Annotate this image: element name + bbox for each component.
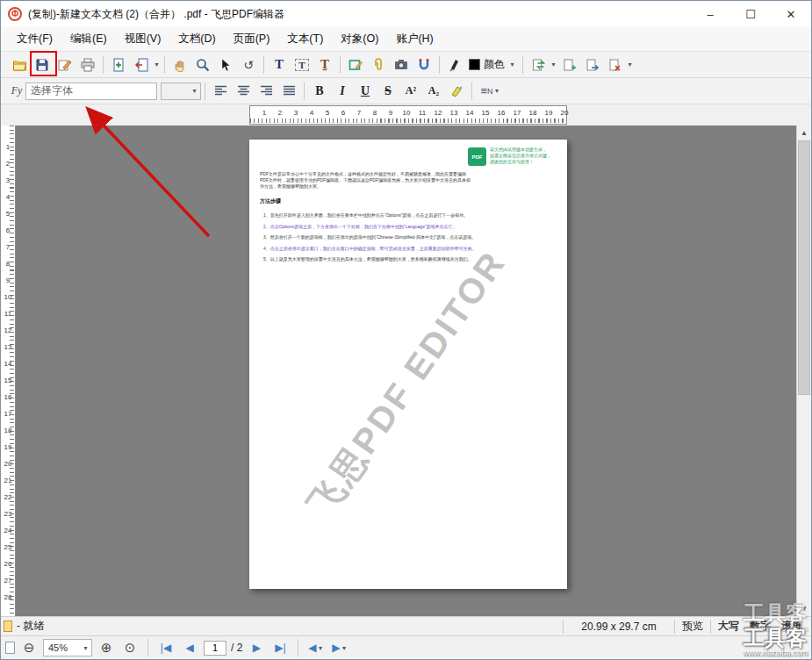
- menu-file[interactable]: 文件(F): [8, 28, 61, 50]
- v-ruler-number: 3: [1, 176, 15, 184]
- minimize-button[interactable]: –: [690, 1, 730, 27]
- print-button[interactable]: [76, 54, 99, 76]
- font-size-dropdown[interactable]: ▾: [190, 87, 198, 95]
- color-button[interactable]: 颜色 ▾: [466, 54, 519, 76]
- menu-view[interactable]: 视图(V): [116, 28, 170, 50]
- vertical-scrollbar[interactable]: ▲ ▼: [796, 126, 811, 616]
- export-file-button[interactable]: [580, 54, 603, 76]
- rotate-tool-button[interactable]: ↺: [237, 54, 260, 76]
- v-ruler-number: 10: [1, 293, 15, 301]
- subscript-button[interactable]: A₂: [422, 80, 445, 103]
- format-toolbar: Fy ▾ B I U S A² A₂ ≡N ▾: [1, 78, 811, 104]
- previous-view-button[interactable]: ◀▾: [306, 638, 326, 657]
- superscript-button[interactable]: A²: [399, 80, 422, 103]
- h-ruler-number: 8: [373, 109, 377, 117]
- menu-edit[interactable]: 编辑(E): [61, 28, 116, 50]
- page-size-text: 20.99 x 29.7 cm: [571, 621, 667, 633]
- preview-toggle[interactable]: 预览: [682, 619, 703, 634]
- v-ruler-number: 14: [1, 360, 15, 368]
- hand-tool-button[interactable]: [169, 54, 191, 76]
- maximize-button[interactable]: ☐: [730, 1, 771, 27]
- pen-tool-button[interactable]: [443, 54, 466, 76]
- scroll-up-button[interactable]: ▲: [797, 126, 811, 140]
- step-item: 1、首先打开软件进入到主界面，我们会在菜单栏中找到并点击“Options”选项，…: [263, 210, 550, 221]
- menu-document[interactable]: 文档(D): [169, 28, 224, 50]
- edit-textbox-button[interactable]: T: [291, 54, 313, 76]
- close-button[interactable]: ✕: [771, 1, 811, 27]
- scroll-down-button[interactable]: ▼: [797, 601, 811, 616]
- add-file-button[interactable]: [557, 54, 580, 76]
- text-field-button[interactable]: T̠: [313, 54, 336, 76]
- open-button[interactable]: [8, 54, 31, 76]
- color-label: 颜色: [484, 57, 505, 72]
- insert-page-button[interactable]: [107, 54, 130, 76]
- bold-icon: B: [315, 84, 323, 98]
- v-ruler-number: 12: [1, 326, 15, 334]
- font-size-combo[interactable]: ▾: [161, 82, 201, 100]
- h-ruler-number: 12: [435, 109, 442, 117]
- previous-view-dropdown[interactable]: ▾: [316, 644, 324, 652]
- next-view-icon: ▶: [332, 642, 340, 654]
- convert-file-dropdown[interactable]: ▾: [550, 61, 557, 68]
- menu-text[interactable]: 文本(T): [278, 28, 332, 50]
- previous-page-button[interactable]: ◀: [180, 638, 199, 657]
- zoom-level-combo[interactable]: 45%▾: [43, 639, 92, 656]
- menu-account[interactable]: 账户(H): [387, 28, 442, 50]
- add-text-button[interactable]: T: [268, 54, 291, 76]
- select-tool-button[interactable]: [214, 54, 237, 76]
- page-number-input[interactable]: [204, 641, 226, 656]
- highlight-button[interactable]: [445, 80, 468, 103]
- underline-icon: U: [361, 84, 370, 98]
- scroll-thumb[interactable]: [798, 140, 810, 395]
- zoom-in-button[interactable]: ⊕: [97, 638, 116, 657]
- strikethrough-button[interactable]: S: [377, 80, 399, 103]
- line-spacing-button[interactable]: ≡N ▾: [476, 80, 506, 103]
- bold-button[interactable]: B: [308, 80, 331, 103]
- edit-object-button[interactable]: [344, 54, 367, 76]
- next-view-button[interactable]: ▶▾: [330, 638, 349, 657]
- next-page-button[interactable]: ▶: [247, 638, 266, 657]
- h-ruler-number: 17: [514, 109, 521, 117]
- zoom-dropdown[interactable]: ▾: [82, 644, 90, 652]
- trial-note-line: 如需去除该信息请升级正式版，: [490, 153, 562, 159]
- convert-file-button[interactable]: [527, 54, 550, 76]
- font-name-input[interactable]: [25, 82, 157, 100]
- next-view-dropdown[interactable]: ▾: [340, 644, 348, 652]
- underline-button[interactable]: U: [354, 80, 377, 103]
- fit-page-button[interactable]: ⊙: [120, 638, 140, 657]
- align-left-button[interactable]: [209, 80, 232, 103]
- toolbar-separator: [205, 82, 205, 100]
- v-ruler-number: 15: [1, 377, 15, 384]
- ruler-strip: 1234567891011121314151617181920: [1, 104, 811, 126]
- align-justify-button[interactable]: [277, 80, 300, 103]
- v-ruler-number: 23: [1, 510, 15, 518]
- color-dropdown[interactable]: ▾: [508, 61, 516, 68]
- zoom-tool-button[interactable]: [191, 54, 214, 76]
- extract-page-button[interactable]: [130, 54, 153, 76]
- link-button[interactable]: [413, 54, 435, 76]
- zoom-out-button[interactable]: ⊖: [19, 638, 39, 657]
- fit-page-icon: ⊙: [125, 640, 136, 656]
- align-center-button[interactable]: [232, 80, 255, 103]
- last-page-button[interactable]: ▶|: [270, 638, 290, 657]
- mini-page-icon: [5, 642, 15, 654]
- snapshot-button[interactable]: [390, 54, 413, 76]
- magnifier-icon: [196, 58, 210, 72]
- close-file-dropdown[interactable]: ▾: [626, 61, 634, 68]
- first-page-button[interactable]: |◀: [156, 638, 176, 657]
- line-spacing-dropdown[interactable]: ▾: [493, 87, 501, 95]
- v-ruler-number: 5: [1, 210, 15, 218]
- pdf-page[interactable]: PDF 该文档由试用版本创建生成， 如需去除该信息请升级正式版， 感谢您的支持与…: [249, 140, 567, 589]
- italic-button[interactable]: I: [331, 80, 354, 103]
- font-picker-button[interactable]: Fy: [8, 80, 25, 103]
- attach-file-button[interactable]: [367, 54, 390, 76]
- edit-note-button[interactable]: [54, 54, 76, 76]
- menu-page[interactable]: 页面(P): [225, 28, 279, 50]
- align-right-button[interactable]: [255, 80, 277, 103]
- save-button[interactable]: [31, 54, 54, 76]
- align-center-icon: [237, 85, 250, 97]
- menu-object[interactable]: 对象(O): [332, 28, 387, 50]
- window-controls: – ☐ ✕: [690, 1, 811, 27]
- close-file-button[interactable]: [603, 54, 626, 76]
- extract-page-dropdown[interactable]: ▾: [153, 61, 161, 68]
